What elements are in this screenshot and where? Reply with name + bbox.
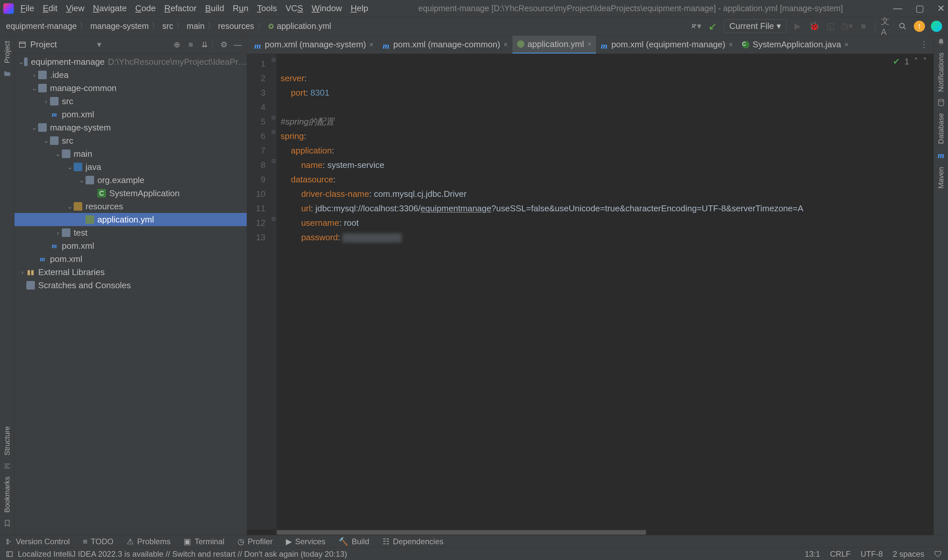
add-user-icon[interactable]: ▾ <box>691 21 701 32</box>
rail-database[interactable]: Database <box>937 111 945 146</box>
tree-ext-lib[interactable]: ›▮▮External Libraries <box>14 266 247 279</box>
crumb-project[interactable]: equipment-manage <box>6 22 77 31</box>
build-hammer-icon[interactable]: ↙ <box>707 21 718 32</box>
translate-icon[interactable]: 文A <box>881 21 891 32</box>
close-icon[interactable]: × <box>845 40 849 49</box>
hide-icon[interactable]: — <box>233 40 243 50</box>
menu-file[interactable]: File <box>20 3 34 14</box>
tw-problems[interactable]: ⚠Problems <box>127 537 170 546</box>
menu-window[interactable]: Window <box>312 3 342 14</box>
menu-tools[interactable]: Tools <box>257 3 277 14</box>
toolbox-icon[interactable] <box>931 21 942 32</box>
tree-ms-src[interactable]: ⌄src <box>14 134 247 147</box>
tree-manage-common[interactable]: ⌄manage-common <box>14 82 247 95</box>
tree-root-pom[interactable]: mpom.xml <box>14 252 247 266</box>
profile-button[interactable]: ◷▾ <box>842 21 852 32</box>
tree-main[interactable]: ⌄main <box>14 147 247 160</box>
tree-scratches[interactable]: Scratches and Consoles <box>14 279 247 292</box>
tree-app-yml[interactable]: application.yml <box>14 213 247 226</box>
rail-project[interactable]: Project <box>3 38 11 66</box>
collapse-all-icon[interactable]: ⇊ <box>200 40 210 50</box>
run-config-selector[interactable]: Current File ▾ <box>724 19 786 33</box>
rail-notifications[interactable]: Notifications <box>937 50 945 95</box>
close-icon[interactable]: × <box>503 40 508 49</box>
status-indicator-icon[interactable]: 🛡 <box>934 549 942 559</box>
close-icon[interactable]: × <box>729 40 733 49</box>
code-content[interactable]: server: port: 8301 #spring的配置 spring: ap… <box>276 54 934 529</box>
tab-app-yml[interactable]: application.yml× <box>513 35 596 54</box>
status-message[interactable]: Localized IntelliJ IDEA 2022.3 is availa… <box>18 549 347 559</box>
menu-navigate[interactable]: Navigate <box>93 3 127 14</box>
menu-code[interactable]: Code <box>135 3 156 14</box>
tw-terminal[interactable]: ▣Terminal <box>184 537 224 546</box>
stop-button[interactable]: ■ <box>858 21 869 32</box>
select-opened-icon[interactable]: ⊕ <box>172 40 182 50</box>
crumb-main[interactable]: main <box>187 22 205 31</box>
close-button[interactable]: ✕ <box>937 3 945 14</box>
crumb-resources[interactable]: resources <box>218 22 254 31</box>
tree-mc-src[interactable]: ›src <box>14 95 247 108</box>
debug-button[interactable]: 🐞 <box>809 21 819 32</box>
tree-sysapp[interactable]: CSystemApplication <box>14 187 247 200</box>
project-label[interactable]: Project <box>30 40 97 50</box>
crumb-file[interactable]: application.yml <box>277 22 331 31</box>
tree-test[interactable]: ›test <box>14 226 247 239</box>
bell-icon[interactable] <box>937 38 945 46</box>
tree-java[interactable]: ⌄java <box>14 160 247 174</box>
tree-resources[interactable]: ⌄resources <box>14 200 247 213</box>
menu-refactor[interactable]: Refactor <box>164 3 196 14</box>
status-encoding[interactable]: UTF-8 <box>860 549 883 559</box>
database-icon[interactable] <box>937 98 945 106</box>
toolwindow-toggle-icon[interactable] <box>6 551 13 558</box>
tw-dependencies[interactable]: ☷Dependencies <box>383 537 443 546</box>
search-icon[interactable] <box>897 21 908 32</box>
tw-version-control[interactable]: Version Control <box>6 537 70 546</box>
menu-vcs[interactable]: VCS <box>286 3 303 14</box>
close-icon[interactable]: × <box>587 40 592 48</box>
crumb-module[interactable]: manage-system <box>90 22 149 31</box>
crumb-src[interactable]: src <box>162 22 173 31</box>
minimize-button[interactable]: — <box>893 3 902 14</box>
menu-edit[interactable]: Edit <box>43 3 57 14</box>
tw-build[interactable]: 🔨Build <box>338 537 369 546</box>
chevron-down-icon[interactable]: ˅ <box>923 57 927 67</box>
rail-bookmarks[interactable]: Bookmarks <box>3 474 11 515</box>
maven-icon[interactable]: m <box>937 151 944 160</box>
rail-maven[interactable]: Maven <box>937 164 945 191</box>
chevron-up-icon[interactable]: ˄ <box>914 57 918 67</box>
horizontal-scrollbar[interactable] <box>247 529 934 535</box>
chevron-down-icon[interactable]: ▾ <box>97 40 101 50</box>
project-tree[interactable]: ⌄ equipment-manage D:\YhcResource\myProj… <box>14 54 247 535</box>
status-indent[interactable]: 2 spaces <box>893 549 924 559</box>
editor-body[interactable]: 12345678910111213 ⊟⊟⊟⊟⊟ server: port: 83… <box>247 54 934 529</box>
status-position[interactable]: 13:1 <box>805 549 820 559</box>
tw-todo[interactable]: ≡TODO <box>83 537 113 546</box>
gear-icon[interactable]: ⚙ <box>219 40 229 50</box>
status-eol[interactable]: CRLF <box>830 549 851 559</box>
menu-run[interactable]: Run <box>233 3 249 14</box>
tree-manage-system[interactable]: ⌄manage-system <box>14 121 247 134</box>
tree-mc-pom[interactable]: mpom.xml <box>14 108 247 121</box>
menu-view[interactable]: View <box>66 3 85 14</box>
tab-more-icon[interactable]: ⋮ <box>917 40 931 50</box>
tw-services[interactable]: ▶Services <box>286 537 325 546</box>
tab-sysapp-java[interactable]: CSystemApplication.java× <box>738 35 853 54</box>
tree-idea[interactable]: ›.idea <box>14 68 247 82</box>
fold-column[interactable]: ⊟⊟⊟⊟⊟ <box>270 54 276 529</box>
expand-all-icon[interactable]: ≡ <box>186 40 196 50</box>
tree-root[interactable]: ⌄ equipment-manage D:\YhcResource\myProj… <box>14 55 247 68</box>
tree-ms-pom[interactable]: mpom.xml <box>14 239 247 252</box>
tree-pkg[interactable]: ⌄org.example <box>14 174 247 187</box>
rail-structure[interactable]: Structure <box>3 424 11 458</box>
coverage-button[interactable]: ◱ <box>825 21 836 32</box>
inspection-widget[interactable]: ✔ 1 ˄ ˅ <box>893 57 927 67</box>
tw-profiler[interactable]: ◷Profiler <box>238 537 273 546</box>
run-button[interactable]: ▶ <box>792 21 803 32</box>
tab-pom-root[interactable]: mpom.xml (equipment-manage)× <box>596 35 738 54</box>
tab-pom-system[interactable]: mpom.xml (manage-system)× <box>250 35 378 54</box>
tab-pom-common[interactable]: mpom.xml (manage-common)× <box>378 35 513 54</box>
menu-help[interactable]: Help <box>350 3 368 14</box>
menu-build[interactable]: Build <box>205 3 224 14</box>
close-icon[interactable]: × <box>369 40 374 49</box>
ide-update-icon[interactable]: ↑ <box>914 21 925 32</box>
